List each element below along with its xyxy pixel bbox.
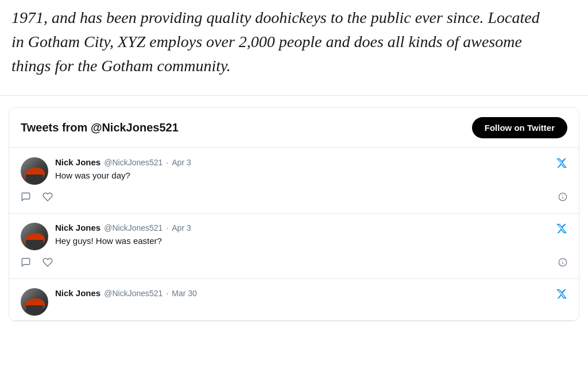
avatar-3 xyxy=(21,288,48,316)
tweet-dot-3: · xyxy=(166,289,168,298)
tweet-top-1: Nick Jones @NickJones521 · Apr 3 How was… xyxy=(21,157,567,185)
author-handle-2: @NickJones521 xyxy=(104,223,163,232)
tweet-text-1: How was your day? xyxy=(55,169,556,181)
tweet-actions-1 xyxy=(21,192,567,204)
x-logo-3[interactable] xyxy=(556,288,567,302)
info-icon-2[interactable] xyxy=(558,258,567,269)
x-logo-1[interactable] xyxy=(556,157,567,172)
tweet-row: Nick Jones @NickJones521 · Apr 3 How was… xyxy=(9,148,579,214)
tweet-top-2: Nick Jones @NickJones521 · Apr 3 Hey guy… xyxy=(21,223,567,250)
widget-title: Tweets from @NickJones521 xyxy=(21,121,179,134)
tweet-meta-2: Nick Jones @NickJones521 · Apr 3 xyxy=(55,223,556,232)
tweet-content-3: Nick Jones @NickJones521 · Mar 30 xyxy=(55,288,556,298)
tweet-left-3: Nick Jones @NickJones521 · Mar 30 xyxy=(21,288,556,316)
reply-icon-2[interactable] xyxy=(21,257,31,269)
tweet-left-1: Nick Jones @NickJones521 · Apr 3 How was… xyxy=(21,157,556,185)
tweet-meta-3: Nick Jones @NickJones521 · Mar 30 xyxy=(55,288,556,298)
tweet-meta-1: Nick Jones @NickJones521 · Apr 3 xyxy=(55,157,556,167)
follow-on-twitter-button[interactable]: Follow on Twitter xyxy=(472,117,567,138)
tweet-row-3: Nick Jones @NickJones521 · Mar 30 xyxy=(9,279,579,321)
tweet-row-2: Nick Jones @NickJones521 · Apr 3 Hey guy… xyxy=(9,214,579,279)
tweet-content-2: Nick Jones @NickJones521 · Apr 3 Hey guy… xyxy=(55,223,556,247)
intro-section: 1971, and has been providing quality doo… xyxy=(0,0,588,96)
author-name-1: Nick Jones xyxy=(55,157,100,167)
x-logo-2[interactable] xyxy=(556,223,567,237)
actions-left-1 xyxy=(21,192,53,204)
tweet-content-1: Nick Jones @NickJones521 · Apr 3 How was… xyxy=(55,157,556,181)
tweet-date-3: Mar 30 xyxy=(172,289,197,298)
tweet-dot-2: · xyxy=(166,223,168,232)
tweet-date-2: Apr 3 xyxy=(172,223,191,232)
page-wrapper: 1971, and has been providing quality doo… xyxy=(0,0,588,321)
tweet-dot-1: · xyxy=(166,158,168,167)
author-handle-3: @NickJones521 xyxy=(104,289,163,298)
author-handle-1: @NickJones521 xyxy=(104,158,163,167)
reply-icon-1[interactable] xyxy=(21,192,31,204)
widget-header: Tweets from @NickJones521 Follow on Twit… xyxy=(9,108,579,148)
like-icon-2[interactable] xyxy=(42,257,53,269)
intro-text: 1971, and has been providing quality doo… xyxy=(11,6,554,78)
author-name-2: Nick Jones xyxy=(55,223,100,232)
tweet-date-1: Apr 3 xyxy=(172,158,191,167)
tweet-text-2: Hey guys! How was easter? xyxy=(55,235,556,247)
tweet-left-2: Nick Jones @NickJones521 · Apr 3 Hey guy… xyxy=(21,223,556,250)
actions-left-2 xyxy=(21,257,53,269)
twitter-widget: Tweets from @NickJones521 Follow on Twit… xyxy=(9,107,579,321)
tweet-top-3: Nick Jones @NickJones521 · Mar 30 xyxy=(21,288,567,316)
author-name-3: Nick Jones xyxy=(55,288,100,298)
like-icon-1[interactable] xyxy=(42,192,53,204)
tweet-actions-2 xyxy=(21,257,567,269)
avatar-1 xyxy=(21,157,48,185)
avatar-2 xyxy=(21,223,48,250)
info-icon-1[interactable] xyxy=(558,192,567,204)
